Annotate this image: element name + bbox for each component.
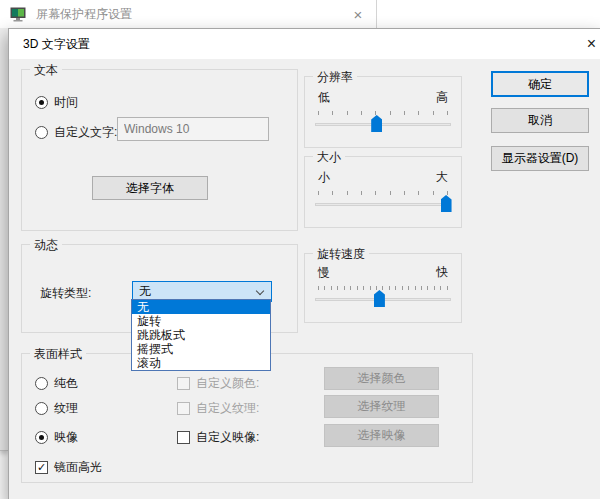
size-group: 大小 小 大 <box>304 156 462 228</box>
rotation-speed-slider-ticks <box>318 286 448 290</box>
size-slider-thumb[interactable] <box>441 195 452 212</box>
dropdown-option[interactable]: 摇摆式 <box>132 342 270 356</box>
rotation-type-value: 无 <box>139 283 151 300</box>
resolution-group: 分辨率 低 高 <box>304 76 462 148</box>
size-small-label: 小 <box>318 169 330 186</box>
screen: 屏幕保护程序设置 × 3D 文字设置 × 文本 时间 自定义文字: 选择字体 <box>0 0 600 499</box>
chevron-down-icon <box>256 287 264 295</box>
size-group-label: 大小 <box>313 149 345 166</box>
time-radio[interactable] <box>35 96 48 109</box>
reflection-radio-row[interactable]: 映像 <box>35 430 78 444</box>
specular-checkbox-row[interactable]: ✓ 镜面高光 <box>35 460 102 474</box>
texture-radio[interactable] <box>35 402 48 415</box>
background-window-edge <box>0 28 8 451</box>
speed-slow-label: 慢 <box>318 264 330 281</box>
size-slider-track[interactable] <box>315 203 451 206</box>
custom-color-checkbox-row: 自定义颜色: <box>177 376 259 390</box>
solid-color-radio-row[interactable]: 纯色 <box>35 376 78 390</box>
background-window-titlebar: 屏幕保护程序设置 × <box>0 0 377 28</box>
dialog-titlebar: 3D 文字设置 × <box>9 29 600 59</box>
rotation-type-label: 旋转类型: <box>40 285 91 302</box>
resolution-slider-thumb[interactable] <box>371 115 382 132</box>
dropdown-option[interactable]: 旋转 <box>132 314 270 328</box>
rotation-speed-group: 旋转速度 慢 快 <box>304 253 462 323</box>
solid-color-radio[interactable] <box>35 377 48 390</box>
text-group: 文本 时间 自定义文字: 选择字体 <box>21 69 298 231</box>
dialog-title: 3D 文字设置 <box>23 36 90 53</box>
dialog-close-icon[interactable]: × <box>577 29 600 59</box>
display-settings-button[interactable]: 显示器设置(D) <box>491 146 589 171</box>
choose-texture-button: 选择纹理 <box>324 395 439 418</box>
custom-reflection-checkbox-label: 自定义映像: <box>196 429 259 446</box>
resolution-high-label: 高 <box>436 89 448 106</box>
background-close-icon[interactable]: × <box>344 0 372 28</box>
choose-color-button: 选择颜色 <box>324 367 439 390</box>
screensaver-monitor-icon <box>10 7 26 22</box>
motion-group-label: 动态 <box>30 237 62 254</box>
choose-reflection-button: 选择映像 <box>324 424 439 447</box>
custom-text-radio-row[interactable]: 自定义文字: <box>35 125 117 139</box>
background-window-title: 屏幕保护程序设置 <box>36 6 132 23</box>
dropdown-option[interactable]: 跳跳板式 <box>132 328 270 342</box>
custom-text-radio[interactable] <box>35 126 48 139</box>
custom-text-radio-label: 自定义文字: <box>54 124 117 141</box>
rotation-speed-slider-thumb[interactable] <box>374 290 385 307</box>
rotation-type-dropdown: 无 旋转 跳跳板式 摇摆式 滚动 <box>131 299 271 371</box>
resolution-low-label: 低 <box>318 89 330 106</box>
resolution-slider[interactable] <box>315 111 451 139</box>
ok-button[interactable]: 确定 <box>491 71 589 97</box>
custom-texture-checkbox-label: 自定义纹理: <box>196 400 259 417</box>
texture-radio-label: 纹理 <box>54 400 78 417</box>
time-radio-row[interactable]: 时间 <box>35 95 78 109</box>
dialog-body: 文本 时间 自定义文字: 选择字体 分辨率 低 高 <box>9 59 600 499</box>
specular-checkbox-label: 镜面高光 <box>54 459 102 476</box>
size-slider-ticks <box>318 191 448 195</box>
custom-color-checkbox <box>177 377 190 390</box>
dropdown-option[interactable]: 无 <box>132 300 270 314</box>
surface-style-group: 表面样式 纯色 纹理 映像 ✓ 镜面高光 <box>21 353 473 483</box>
specular-checkbox[interactable]: ✓ <box>35 461 48 474</box>
choose-font-button[interactable]: 选择字体 <box>92 176 208 200</box>
rotation-speed-group-label: 旋转速度 <box>313 246 369 263</box>
rotation-speed-slider[interactable] <box>315 286 451 314</box>
custom-color-checkbox-label: 自定义颜色: <box>196 375 259 392</box>
time-radio-label: 时间 <box>54 94 78 111</box>
cancel-button[interactable]: 取消 <box>491 108 589 133</box>
reflection-radio[interactable] <box>35 431 48 444</box>
custom-text-input[interactable] <box>117 117 269 141</box>
custom-texture-checkbox <box>177 402 190 415</box>
custom-reflection-checkbox-row[interactable]: 自定义映像: <box>177 430 259 444</box>
speed-fast-label: 快 <box>436 264 448 281</box>
resolution-slider-track[interactable] <box>315 123 451 126</box>
size-slider[interactable] <box>315 191 451 219</box>
size-large-label: 大 <box>436 169 448 186</box>
reflection-radio-label: 映像 <box>54 429 78 446</box>
texture-radio-row[interactable]: 纹理 <box>35 401 78 415</box>
custom-texture-checkbox-row: 自定义纹理: <box>177 401 259 415</box>
surface-style-group-label: 表面样式 <box>30 346 86 363</box>
resolution-slider-ticks <box>318 111 448 115</box>
resolution-group-label: 分辨率 <box>313 69 357 86</box>
text-group-label: 文本 <box>30 62 62 79</box>
solid-color-radio-label: 纯色 <box>54 375 78 392</box>
3d-text-settings-dialog: 3D 文字设置 × 文本 时间 自定义文字: 选择字体 分辨率 <box>8 28 600 499</box>
custom-reflection-checkbox[interactable] <box>177 431 190 444</box>
dropdown-option[interactable]: 滚动 <box>132 356 270 370</box>
